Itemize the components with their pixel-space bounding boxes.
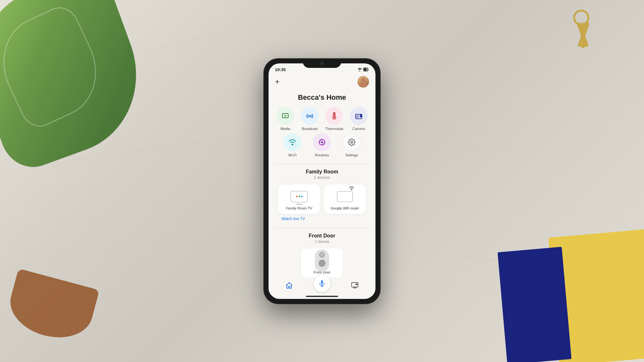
action-item-routines[interactable]: Routines [310,133,334,157]
settings-icon-circle [343,133,361,151]
router-icon-container [335,190,355,204]
tv-dot-1 [296,196,298,197]
nav-home[interactable] [285,282,293,291]
router-wifi-icon [349,186,354,191]
status-icons [357,68,369,71]
mic-icon [318,280,326,287]
settings-icon [348,138,355,146]
routines-icon-circle [313,133,331,151]
svg-point-9 [292,144,293,145]
doorbell-button [318,260,326,267]
top-bar: + [269,73,375,90]
media-label: Media [280,127,290,131]
add-button[interactable]: + [275,77,279,86]
room-family-room: Family Room 2 devices [269,169,375,222]
svg-rect-24 [321,280,323,284]
divider-2 [275,227,369,228]
svg-marker-7 [360,114,362,118]
svg-point-4 [309,115,311,117]
tv-dots [296,196,303,197]
thermostat-label: Thermostat [325,127,343,131]
family-room-title: Family Room [275,169,369,175]
wifi-icon-circle [283,133,301,151]
tv-dot-3 [301,196,303,197]
google-wifi-router-name: Google Wifi router [331,206,359,210]
quick-actions-row1: Media Broadcast [269,107,375,131]
broadcast-icon-circle [301,107,319,125]
router-icon [337,191,353,202]
family-room-tv-name: Family Room TV [286,206,312,210]
divider-1 [275,163,369,164]
tv-icon [290,191,308,202]
svg-point-19 [351,189,352,190]
svg-point-11 [321,141,323,143]
tv-icon-container [289,190,309,204]
home-indicator [306,296,338,297]
routines-label: Routines [315,153,329,157]
camera-label: Camera [352,127,365,131]
svg-rect-23 [355,283,357,285]
devices-nav-icon [351,282,359,289]
front-door-title: Front Door [275,233,369,239]
device-card-google-wifi-router[interactable]: Google Wifi router [324,184,366,214]
media-icon [281,112,289,120]
bottom-nav [269,278,375,295]
action-item-thermostat[interactable]: Thermostat [323,107,346,131]
phone-screen: 10:35 + [269,63,375,299]
svg-point-18 [351,141,353,143]
battery-status-icon [363,68,369,71]
mic-button[interactable] [314,275,330,292]
avatar-image [357,76,369,88]
decorative-notebook-dark [497,247,572,362]
thermostat-icon-circle [325,107,343,125]
action-item-settings[interactable]: Settings [340,133,363,157]
action-item-media[interactable]: Media [274,107,297,131]
avatar[interactable] [357,76,369,88]
watch-live-tv-link[interactable]: Watch live TV [275,214,369,222]
device-card-front-door[interactable]: Front Door [301,248,343,278]
svg-line-17 [323,144,324,144]
svg-point-5 [334,116,335,118]
quick-actions-row2: Wi-Fi [269,133,375,158]
svg-rect-21 [353,288,357,288]
wifi-status-icon [357,68,362,71]
wifi-label: Wi-Fi [288,153,297,157]
camera-notch [303,59,341,68]
front-door-devices: Front Door [275,248,369,278]
media-icon-circle [276,107,294,125]
action-item-camera[interactable]: Camera [347,107,370,131]
thermostat-icon [330,112,338,120]
tv-stand [296,204,302,205]
nav-devices[interactable] [351,282,359,291]
leaf-vein [0,1,112,133]
svg-marker-3 [285,115,287,117]
routines-icon [318,138,326,146]
status-time: 10:35 [275,67,286,72]
decorative-keys [554,6,605,71]
svg-line-16 [320,140,321,141]
svg-rect-1 [364,69,367,71]
broadcast-label: Broadcast [302,127,318,131]
camera-icon [355,112,363,120]
front-door-device-count: 1 device [275,239,369,244]
family-room-device-count: 2 devices [275,175,369,180]
family-room-devices: Family Room TV [275,184,369,214]
action-item-wifi[interactable]: Wi-Fi [281,133,304,157]
doorbell-camera-lens [319,252,325,258]
front-camera [320,62,324,65]
tv-dot-2 [298,196,300,197]
action-item-broadcast[interactable]: Broadcast [298,107,321,131]
camera-icon-circle [350,107,368,125]
doorbell-icon [315,249,329,272]
broadcast-icon [306,112,314,120]
device-card-family-room-tv[interactable]: Family Room TV [278,184,320,214]
home-title: Becca's Home [269,90,375,107]
svg-point-8 [356,116,358,117]
doorbell-icon-container [312,254,332,268]
wifi-icon [288,139,297,146]
phone: 10:35 + [264,59,380,303]
settings-label: Settings [345,153,358,157]
home-nav-icon [285,282,293,289]
scroll-content[interactable]: Becca's Home Media [269,90,375,278]
room-front-door: Front Door 1 device Front Door [269,233,375,278]
